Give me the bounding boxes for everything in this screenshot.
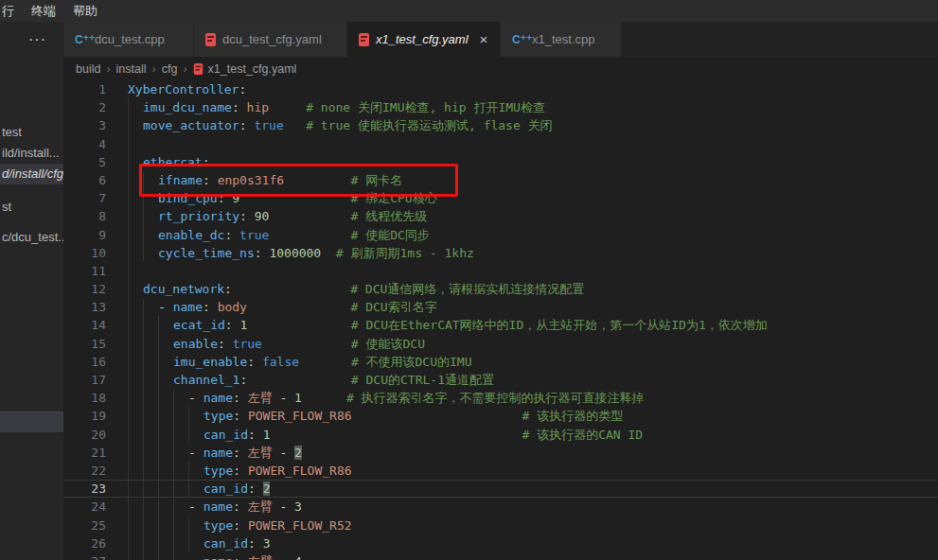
line-number: 16 (63, 353, 106, 371)
yaml-file-icon (359, 33, 369, 46)
code-line-21[interactable]: 21- name: 左臂 - 2 (63, 444, 938, 462)
sidebar-item-0[interactable]: test (0, 122, 63, 143)
indent-guide (143, 171, 144, 189)
indent-guide (128, 444, 129, 462)
sidebar-item-3[interactable]: st (0, 197, 63, 218)
menu-item-2[interactable]: 帮助 (64, 0, 106, 22)
line-number: 2 (63, 98, 106, 116)
tab-x1_test.cpp[interactable]: C⁺⁺x1_test.cpp (501, 22, 622, 57)
tab-dcu_test_cfg.yaml[interactable]: dcu_test_cfg.yaml (194, 22, 347, 57)
code-text: move_actuator: true # true 使能执行器运动测试, fl… (143, 116, 553, 134)
code-line-9[interactable]: 9enable_dc: true # 使能DC同步 (63, 226, 938, 244)
line-number: 23 (63, 481, 106, 497)
line-number: 22 (63, 462, 106, 480)
indent-guide (158, 371, 159, 389)
indent-guide (173, 552, 174, 560)
close-tab-icon[interactable]: × (480, 32, 488, 46)
breadcrumb-separator: › (183, 62, 186, 76)
line-number: 17 (63, 371, 106, 389)
code-text: ethercat: (143, 153, 209, 171)
indent-guide (143, 298, 144, 316)
code-line-2[interactable]: 2imu_dcu_name: hip # none 关闭IMU检查, hip 打… (63, 98, 938, 116)
tab-label: x1_test.cpp (532, 32, 595, 46)
indent-guide (128, 280, 129, 298)
line-number: 24 (63, 498, 106, 516)
line-number: 13 (63, 298, 106, 316)
indent-guide (158, 498, 159, 516)
indent-guide (128, 244, 129, 262)
sidebar-highlighted-row[interactable] (0, 411, 63, 432)
code-line-22[interactable]: 22type: POWER_FLOW_R86 (63, 462, 938, 480)
code-line-12[interactable]: 12dcu_network: # DCU通信网络，请根据实机连接情况配置 (63, 280, 938, 298)
breadcrumb-segment-0[interactable]: build (76, 62, 100, 76)
code-line-19[interactable]: 19type: POWER_FLOW_R86 # 该执行器的类型 (63, 407, 938, 425)
breadcrumb-separator: › (106, 62, 110, 76)
code-text: - name: body # DCU索引名字 (158, 298, 437, 316)
breadcrumb[interactable]: build›install›cfg›x1_test_cfg.yaml (63, 57, 938, 80)
breadcrumb-segment-2[interactable]: cfg (162, 62, 178, 76)
indent-guide (128, 116, 129, 134)
code-line-16[interactable]: 16imu_enable: false # 不使用该DCU的IMU (63, 353, 938, 371)
code-line-1[interactable]: 1XyberController: (63, 80, 938, 98)
line-number: 19 (63, 407, 106, 425)
code-line-8[interactable]: 8rt_priority: 90 # 线程优先级 (63, 207, 938, 225)
tab-x1_test_cfg.yaml[interactable]: x1_test_cfg.yaml× (347, 22, 501, 57)
breadcrumb-segment-1[interactable]: install (116, 62, 147, 76)
indent-guide (173, 444, 174, 462)
indent-guide (188, 534, 189, 552)
indent-guide (128, 552, 129, 560)
code-line-20[interactable]: 20can_id: 1 # 该执行器的CAN ID (63, 426, 938, 444)
code-text: imu_enable: false # 不使用该DCU的IMU (173, 353, 472, 371)
indent-guide (128, 207, 129, 225)
cpp-file-icon: C⁺⁺ (75, 33, 88, 46)
code-line-17[interactable]: 17channel_1: # DCU的CTRL-1通道配置 (63, 371, 938, 389)
sidebar-item-1[interactable]: ild/install... (0, 143, 63, 164)
code-line-24[interactable]: 24- name: 左臂 - 3 (63, 498, 938, 516)
code-line-27[interactable]: 27- name: 左臂 - 4 (63, 552, 938, 560)
line-number: 8 (63, 207, 106, 225)
tab-label: dcu_test_cfg.yaml (222, 32, 322, 46)
sidebar-item-2[interactable]: d/install/cfg (0, 164, 63, 184)
more-actions-icon[interactable]: ··· (28, 31, 46, 48)
code-line-18[interactable]: 18- name: 左臂 - 1 # 执行器索引名字，不需要控制的执行器可直接注… (63, 389, 938, 407)
explorer-sidebar: ··· testild/install...d/install/cfgstc/d… (0, 22, 63, 560)
indent-guide (188, 481, 189, 497)
tab-label: dcu_test.cpp (95, 32, 165, 46)
code-line-4[interactable]: 4 (63, 135, 938, 153)
code-line-23[interactable]: 23can_id: 2 (63, 480, 938, 498)
code-line-14[interactable]: 14ecat_id: 1 # DCU在EtherCAT网络中的ID，从主站开始，… (63, 316, 938, 334)
indent-guide (173, 481, 174, 497)
code-line-25[interactable]: 25type: POWER_FLOW_R52 (63, 516, 938, 534)
indent-guide (128, 426, 129, 444)
code-line-5[interactable]: 5ethercat: (63, 153, 938, 171)
menu-item-0[interactable]: 行 (0, 0, 23, 22)
indent-guide (143, 353, 144, 371)
indent-guide (143, 407, 144, 425)
indent-guide (143, 207, 144, 225)
code-line-13[interactable]: 13- name: body # DCU索引名字 (63, 298, 938, 316)
indent-guide (188, 426, 189, 444)
menu-item-1[interactable]: 终端 (23, 0, 64, 22)
editor-tab-bar: C⁺⁺dcu_test.cppdcu_test_cfg.yamlx1_test_… (63, 22, 938, 57)
sidebar-item-4[interactable]: c/dcu_test... (0, 227, 63, 248)
code-text: type: POWER_FLOW_R86 # 该执行器的类型 (204, 407, 623, 425)
line-number: 20 (63, 426, 106, 444)
indent-guide (128, 371, 129, 389)
code-line-6[interactable]: 6ifname: enp0s31f6 # 网卡名 (63, 171, 938, 189)
code-line-3[interactable]: 3move_actuator: true # true 使能执行器运动测试, f… (63, 116, 938, 134)
code-line-15[interactable]: 15enable: true # 使能该DCU (63, 335, 938, 353)
indent-guide (128, 516, 129, 534)
indent-guide (158, 534, 159, 552)
indent-guide (158, 353, 159, 371)
code-line-11[interactable]: 11 (63, 262, 938, 280)
line-number: 7 (63, 189, 106, 207)
breadcrumb-segment-3[interactable]: x1_test_cfg.yaml (208, 62, 297, 76)
code-text: can_id: 1 # 该执行器的CAN ID (204, 426, 643, 444)
code-line-7[interactable]: 7bind_cpu: 9 # 绑定CPU核心 (63, 189, 938, 207)
code-editor[interactable]: 1XyberController:2imu_dcu_name: hip # no… (63, 80, 938, 560)
indent-guide (158, 462, 159, 480)
tab-dcu_test.cpp[interactable]: C⁺⁺dcu_test.cpp (63, 22, 194, 57)
line-number: 27 (63, 552, 106, 560)
code-line-26[interactable]: 26can_id: 3 (63, 534, 938, 552)
code-line-10[interactable]: 10cycle_time_ns: 1000000 # 刷新周期1ms - 1kh… (63, 244, 938, 262)
